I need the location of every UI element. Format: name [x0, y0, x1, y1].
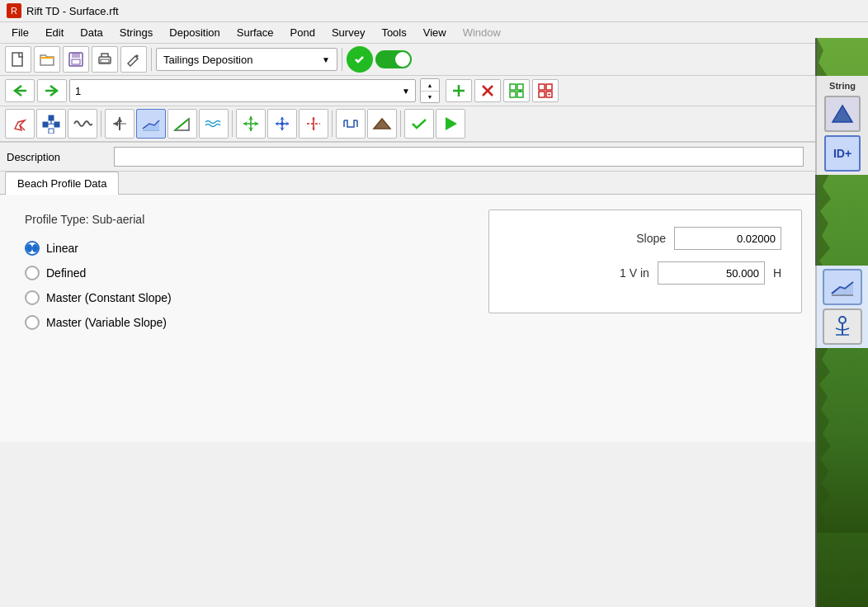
slope-label: Slope	[636, 232, 666, 245]
title-text: Rift TD - Surface.rft	[26, 5, 119, 17]
beach-profile-tool-button[interactable]	[136, 109, 166, 139]
ratio-input[interactable]	[658, 261, 765, 285]
grid-remove-button[interactable]	[532, 79, 559, 102]
mound-tool-button[interactable]	[367, 109, 397, 139]
trim-tool-button[interactable]	[299, 109, 328, 139]
beach-tab-button[interactable]	[823, 269, 862, 305]
svg-rect-21	[546, 84, 552, 90]
draw-sep3	[332, 111, 333, 137]
ratio-unit: H	[773, 266, 781, 280]
description-label: Description	[7, 151, 114, 163]
draw-sep1	[101, 111, 101, 137]
save-button[interactable]	[63, 46, 89, 73]
anchor-tab-button[interactable]	[823, 308, 862, 345]
menu-strings[interactable]: Strings	[111, 24, 161, 41]
back-button[interactable]	[5, 79, 35, 102]
toolbar1: Tailings Deposition ▼	[0, 44, 868, 76]
add-record-button[interactable]	[446, 79, 472, 102]
menubar: File Edit Data Strings Deposition Surfac…	[0, 22, 868, 44]
deposition-dropdown[interactable]: Tailings Deposition ▼	[156, 48, 337, 71]
svg-rect-22	[539, 92, 545, 97]
menu-deposition[interactable]: Deposition	[161, 24, 228, 41]
svg-rect-20	[539, 84, 545, 90]
svg-marker-36	[113, 121, 118, 126]
print-button[interactable]	[92, 46, 118, 73]
radio-master-variable-circle	[25, 315, 40, 330]
menu-survey[interactable]: Survey	[323, 24, 373, 41]
svg-marker-7	[833, 106, 852, 122]
confirm-button[interactable]	[404, 109, 434, 139]
radio-master-constant-circle	[25, 290, 40, 305]
spin-down[interactable]: ▼	[421, 91, 439, 102]
svg-rect-16	[510, 92, 516, 97]
string-id-button[interactable]: ID+	[824, 135, 861, 172]
string-panel: String ID+	[815, 76, 868, 175]
move-tool-button[interactable]	[236, 109, 266, 139]
radio-master-variable-label: Master (Variable Slope)	[46, 316, 167, 329]
edit-button[interactable]	[120, 46, 147, 73]
draw-sep2	[232, 111, 233, 137]
radio-linear-circle	[25, 241, 40, 256]
string-shape-button[interactable]	[824, 96, 861, 132]
menu-tools[interactable]: Tools	[373, 24, 414, 41]
water-tool-button[interactable]	[199, 109, 229, 139]
svg-rect-0	[12, 53, 22, 66]
main-panel: Profile Type: Sub-aerial Linear Defined …	[0, 195, 868, 442]
new-button[interactable]	[5, 46, 31, 73]
select-tool-button[interactable]	[5, 109, 35, 139]
spin-control: ▲ ▼	[420, 78, 440, 103]
dropdown-arrow-icon2: ▼	[402, 87, 410, 96]
toggle-button[interactable]	[375, 50, 412, 68]
id-icon: ID+	[833, 147, 851, 160]
forward-button[interactable]	[37, 79, 67, 102]
description-input[interactable]	[114, 147, 804, 167]
slope-input[interactable]	[674, 227, 781, 250]
section-tool-button[interactable]	[105, 109, 134, 139]
svg-rect-2	[72, 53, 80, 58]
radio-linear-label: Linear	[46, 242, 78, 255]
extend-tool-button[interactable]	[267, 109, 297, 139]
spin-up[interactable]: ▲	[421, 79, 439, 91]
grid-add-button[interactable]	[503, 79, 530, 102]
check-button[interactable]	[347, 46, 373, 73]
run-button[interactable]	[436, 109, 465, 139]
flow-tool-button[interactable]	[336, 109, 366, 139]
svg-rect-29	[49, 129, 54, 134]
slope-row: Slope	[509, 227, 781, 250]
record-dropdown[interactable]: 1 ▼	[69, 79, 416, 102]
radio-defined-circle	[25, 266, 40, 280]
app-icon: R	[7, 3, 21, 18]
radio-defined-label: Defined	[46, 266, 86, 280]
menu-data[interactable]: Data	[72, 24, 111, 41]
open-button[interactable]	[34, 46, 60, 73]
tab-bar: Beach Profile Data	[0, 172, 868, 195]
delete-record-button[interactable]	[474, 79, 501, 102]
draw-sep4	[400, 111, 401, 137]
toggle-knob	[395, 52, 410, 67]
toolbar3	[0, 106, 868, 143]
menu-surface[interactable]: Surface	[229, 24, 282, 41]
toolbar2: 1 ▼ ▲ ▼	[0, 76, 868, 106]
menu-view[interactable]: View	[415, 24, 455, 41]
record-value: 1	[75, 85, 81, 97]
right-tabs	[815, 266, 868, 348]
svg-rect-38	[143, 129, 159, 131]
menu-file[interactable]: File	[3, 24, 37, 41]
wave-tool-button[interactable]	[68, 109, 97, 139]
menu-window[interactable]: Window	[455, 24, 509, 41]
radio-master-variable-item[interactable]: Master (Variable Slope)	[25, 315, 843, 330]
node-tool-button[interactable]	[36, 109, 66, 139]
svg-rect-17	[517, 92, 523, 97]
radio-master-constant-label: Master (Constant Slope)	[46, 291, 172, 304]
svg-point-49	[839, 317, 846, 323]
sep2	[342, 48, 342, 71]
slope-box: Slope 1 V in H	[488, 209, 802, 313]
deposition-dropdown-value: Tailings Deposition	[163, 54, 252, 66]
menu-pond[interactable]: Pond	[282, 24, 323, 41]
ratio-label: 1 V in	[620, 266, 649, 280]
tab-beach-profile[interactable]: Beach Profile Data	[5, 172, 119, 195]
menu-edit[interactable]: Edit	[37, 24, 72, 41]
app-window: R Rift TD - Surface.rft File Edit Data S…	[0, 0, 868, 607]
svg-rect-14	[510, 84, 516, 90]
slope-tool-button[interactable]	[167, 109, 197, 139]
